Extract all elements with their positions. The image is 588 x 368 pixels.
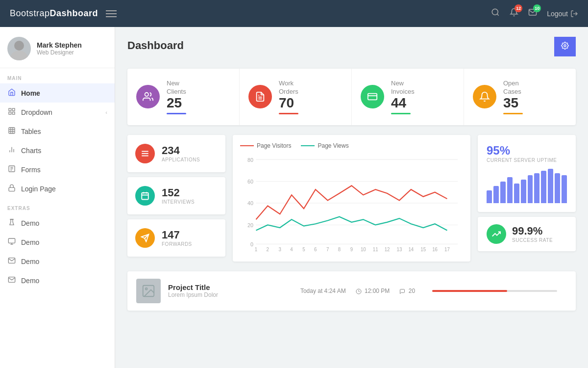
interviews-icon <box>135 186 155 206</box>
forwards-icon <box>135 228 155 248</box>
svg-rect-7 <box>12 112 15 114</box>
sidebar-item-forms[interactable]: Forms <box>0 160 115 179</box>
home-icon <box>7 88 16 98</box>
profile-role: Web Designer <box>37 49 82 56</box>
svg-text:20: 20 <box>247 222 253 228</box>
sidebar-item-login[interactable]: Login Page <box>0 179 115 198</box>
svg-text:11: 11 <box>373 246 378 252</box>
success-rate-card: 99.9% SUCCESS RATE <box>478 217 576 251</box>
bar-chart-bar <box>493 186 499 203</box>
project-card: Project Title Lorem Ipsum Dolor Today at… <box>127 271 576 311</box>
success-percentage: 99.9% <box>512 225 553 237</box>
sidebar-item-demo-1[interactable]: Demo <box>0 213 115 233</box>
stat-bar <box>167 113 186 114</box>
chevron-left-icon: ‹ <box>105 109 107 115</box>
sidebar-item-dropdown[interactable]: Dropdown ‹ <box>0 103 115 122</box>
stat-bar <box>391 113 411 114</box>
charts-icon <box>7 146 16 155</box>
notifications-button[interactable]: 12 <box>510 8 518 19</box>
sidebar-item-label: Home <box>21 89 40 97</box>
topnav: BootstrapDashboard 12 10 Logout <box>0 0 588 27</box>
svg-rect-8 <box>9 112 11 114</box>
svg-text:14: 14 <box>408 246 414 252</box>
interviews-value: 152 <box>162 186 195 199</box>
svg-rect-30 <box>368 94 377 100</box>
avatar <box>7 37 31 60</box>
svg-text:80: 80 <box>247 157 253 162</box>
sidebar-item-charts[interactable]: Charts <box>0 141 115 160</box>
svg-rect-21 <box>9 187 15 191</box>
svg-text:2: 2 <box>267 246 269 252</box>
project-info: Project Title Lorem Ipsum Dolor <box>168 283 293 298</box>
extras-section-label: EXTRAS <box>0 198 115 213</box>
server-uptime-card: 95% CURRENT SERVER UPTIME <box>478 135 576 212</box>
mail-icon <box>7 257 16 266</box>
stat-label: WorkOrders <box>279 79 298 96</box>
main-content: Dashboard NewClients 25 <box>115 27 588 368</box>
stat-info-orders: WorkOrders 70 <box>279 79 298 114</box>
main-section-label: MAIN <box>0 68 115 83</box>
bar-chart-bar <box>534 173 539 203</box>
sidebar-item-label: Login Page <box>21 185 56 193</box>
mail2-icon <box>7 276 16 285</box>
stat-info-invoices: NewInvoices 44 <box>391 79 415 114</box>
dropdown-icon <box>7 107 16 117</box>
right-column: 95% CURRENT SERVER UPTIME 99.9% SUCCESS … <box>478 135 576 251</box>
stat-label: OpenCases <box>503 79 523 96</box>
topnav-right: 12 10 Logout <box>491 8 578 19</box>
project-clock: 12:00 PM <box>356 288 390 294</box>
invoices-icon <box>361 85 384 108</box>
logout-button[interactable]: Logout <box>547 10 578 18</box>
sidebar-toggle[interactable] <box>106 10 117 17</box>
mid-row: 234 APPLICATIONS 152 INTERVIEWS <box>127 135 576 262</box>
svg-rect-9 <box>9 128 15 133</box>
sidebar-item-home[interactable]: Home <box>0 83 115 103</box>
stat-cards-row: NewClients 25 WorkOrders 70 <box>127 69 576 125</box>
stat-label: NewInvoices <box>391 79 415 96</box>
uptime-percentage: 95% <box>487 144 567 158</box>
legend-line-teal <box>301 145 315 146</box>
line-chart-svg: 80 60 40 20 0 1 2 3 4 5 6 7 <box>240 154 463 252</box>
bar-chart-bar <box>555 173 560 203</box>
svg-text:1: 1 <box>255 246 257 252</box>
bar-chart <box>487 169 567 203</box>
sidebar-item-demo-2[interactable]: Demo <box>0 233 115 252</box>
bar-chart-bar <box>514 184 519 203</box>
applications-label: APPLICATIONS <box>162 157 200 162</box>
svg-rect-6 <box>12 108 15 111</box>
stat-value: 35 <box>503 96 523 110</box>
bar-chart-bar <box>541 171 546 203</box>
sidebar-item-label: Demo <box>21 277 39 285</box>
sidebar-item-label: Demo <box>21 238 39 246</box>
project-progress <box>432 290 557 292</box>
settings-button[interactable] <box>554 37 576 56</box>
small-stats: 234 APPLICATIONS 152 INTERVIEWS <box>127 135 225 257</box>
line-chart-card: Page Visitors Page Views 80 <box>233 135 470 262</box>
sidebar-item-demo-4[interactable]: Demo <box>0 271 115 290</box>
brand: BootstrapDashboard <box>10 8 98 19</box>
svg-rect-5 <box>9 108 11 111</box>
svg-text:3: 3 <box>279 246 282 252</box>
stat-value: 25 <box>167 96 186 110</box>
sidebar-item-label: Dropdown <box>21 108 52 116</box>
progress-bar-fill <box>432 290 507 292</box>
sidebar-item-tables[interactable]: Tables <box>0 122 115 141</box>
stat-info-clients: NewClients 25 <box>167 79 186 114</box>
small-stat-interviews: 152 INTERVIEWS <box>127 177 225 214</box>
svg-text:5: 5 <box>302 246 305 252</box>
applications-value: 234 <box>162 144 200 157</box>
messages-button[interactable]: 10 <box>528 8 537 19</box>
sidebar-item-label: Tables <box>21 128 41 135</box>
svg-text:7: 7 <box>326 246 329 252</box>
search-button[interactable] <box>491 8 500 19</box>
forwards-value: 147 <box>162 229 192 241</box>
clients-icon <box>136 85 160 108</box>
stat-value: 44 <box>391 96 415 110</box>
applications-icon <box>135 144 155 163</box>
sidebar-item-demo-3[interactable]: Demo <box>0 252 115 271</box>
forwards-label: FORWARDS <box>162 241 192 247</box>
sidebar-item-label: Forms <box>21 166 41 174</box>
bar-chart-bar <box>528 175 533 203</box>
notifications-badge: 12 <box>514 4 522 12</box>
tables-icon <box>7 127 16 136</box>
